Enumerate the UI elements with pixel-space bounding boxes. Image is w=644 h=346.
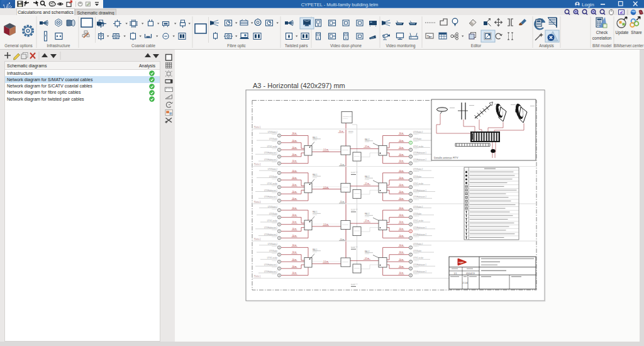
svg-text:Share: Share bbox=[631, 30, 642, 35]
svg-text:2 x RG-59: 2 x RG-59 bbox=[351, 283, 358, 285]
svg-text:BIM model: BIM model bbox=[592, 43, 611, 48]
svg-text:Planta 1: Planta 1 bbox=[413, 245, 419, 247]
svg-text:Planta 4: Planta 4 bbox=[272, 140, 277, 142]
svg-text:Planta 1: Planta 1 bbox=[272, 273, 277, 275]
svg-text:Planta 1: Planta 1 bbox=[272, 245, 277, 247]
svg-text:Planta 3: Planta 3 bbox=[413, 185, 419, 187]
svg-text:PAU 1: PAU 1 bbox=[313, 248, 318, 251]
svg-text:Planta 4: Planta 4 bbox=[272, 133, 277, 135]
svg-text:BIMserver.center: BIMserver.center bbox=[614, 43, 644, 48]
svg-text:Login: Login bbox=[582, 2, 594, 8]
svg-text:Planta 1: Planta 1 bbox=[272, 252, 277, 254]
svg-text:Editor: Editor bbox=[471, 43, 481, 48]
svg-text:2 x RG-59: 2 x RG-59 bbox=[351, 208, 358, 210]
svg-text:1.5 m: 1.5 m bbox=[323, 260, 328, 263]
svg-text:Infrastructure: Infrastructure bbox=[47, 43, 70, 48]
svg-text:09/04/19: 09/04/19 bbox=[466, 272, 475, 275]
svg-text:Planta 4: Planta 4 bbox=[413, 154, 419, 156]
svg-text:1.5 m: 1.5 m bbox=[323, 186, 328, 189]
svg-text:Coaxial cable: Coaxial cable bbox=[131, 43, 155, 48]
svg-text:Planta 2: Planta 2 bbox=[272, 222, 277, 224]
svg-text:Planta 4: Planta 4 bbox=[413, 148, 419, 150]
svg-text:Planta 1: Planta 1 bbox=[254, 275, 261, 277]
svg-text:15 m: 15 m bbox=[339, 130, 343, 133]
svg-text:PAU 1: PAU 1 bbox=[313, 137, 318, 139]
svg-text:Planta 4: Planta 4 bbox=[272, 161, 277, 163]
svg-text:Fibre optic: Fibre optic bbox=[227, 43, 245, 48]
svg-text:PAU 2: PAU 2 bbox=[365, 138, 370, 141]
svg-text:Planta 2: Planta 2 bbox=[272, 208, 277, 210]
svg-text:PAU 2: PAU 2 bbox=[365, 176, 370, 178]
svg-text:Planta: Planta bbox=[313, 139, 317, 141]
svg-text:17 m: 17 m bbox=[365, 220, 369, 222]
svg-text:Planta: Planta bbox=[348, 132, 353, 133]
svg-text:1.5 m: 1.5 m bbox=[323, 148, 328, 151]
svg-text:Video monitoring: Video monitoring bbox=[386, 43, 416, 48]
svg-text:Planta 3: Planta 3 bbox=[272, 199, 277, 201]
svg-text:Planta 2: Planta 2 bbox=[413, 215, 419, 217]
svg-text:General options: General options bbox=[4, 43, 32, 48]
svg-text:Planta: Planta bbox=[365, 216, 369, 218]
svg-text:Planta 4: Planta 4 bbox=[272, 148, 277, 150]
svg-text:Planta 2: Planta 2 bbox=[272, 229, 277, 231]
svg-text:Planta 1: Planta 1 bbox=[413, 266, 419, 268]
svg-text:Planta 4: Planta 4 bbox=[413, 161, 419, 163]
svg-text:Planta: Planta bbox=[313, 214, 317, 216]
svg-text:Caretaker RTV: Caretaker RTV bbox=[343, 116, 353, 117]
svg-text:Video door-phone: Video door-phone bbox=[330, 43, 362, 48]
svg-text:Planta 1: Planta 1 bbox=[413, 273, 419, 275]
svg-text:Planta 4: Planta 4 bbox=[254, 163, 261, 165]
svg-text:Planta 2: Planta 2 bbox=[413, 236, 419, 238]
svg-text:Planta 2: Planta 2 bbox=[272, 236, 277, 238]
svg-text:Planta 1: Planta 1 bbox=[413, 260, 419, 262]
svg-text:Update: Update bbox=[616, 30, 629, 35]
svg-text:A3 - Horizontal (420x297) mm: A3 - Horizontal (420x297) mm bbox=[253, 82, 345, 89]
svg-text:Planta 2: Planta 2 bbox=[254, 238, 261, 240]
svg-text:Planta 5: Planta 5 bbox=[343, 118, 348, 119]
svg-text:Planta 4: Planta 4 bbox=[413, 133, 419, 135]
svg-text:Planta: Planta bbox=[313, 177, 317, 179]
svg-text:Ta: Ta bbox=[427, 35, 431, 38]
svg-text:2.1.6: 2.1.6 bbox=[462, 282, 467, 284]
svg-text:Planta: Planta bbox=[365, 179, 369, 181]
svg-text:Planta 2: Planta 2 bbox=[413, 229, 419, 231]
svg-text:1.5 m: 1.5 m bbox=[323, 223, 328, 226]
svg-text:Check: Check bbox=[596, 30, 608, 35]
svg-text:Planta 2: Planta 2 bbox=[272, 215, 277, 217]
svg-text:Planta: Planta bbox=[365, 141, 369, 143]
svg-text:Planta 5: Planta 5 bbox=[254, 126, 261, 128]
svg-text:1/1: 1/1 bbox=[454, 272, 457, 275]
svg-text:cype: cype bbox=[458, 261, 464, 264]
svg-text:Planta 4: Planta 4 bbox=[272, 154, 277, 156]
svg-text:Analysis: Analysis bbox=[539, 43, 553, 48]
svg-text:Planta: Planta bbox=[313, 251, 317, 253]
svg-text:15 m: 15 m bbox=[340, 238, 345, 241]
svg-text:Planta 3: Planta 3 bbox=[413, 192, 419, 194]
svg-text:Detalle antenas RTV: Detalle antenas RTV bbox=[434, 156, 458, 159]
svg-text:Planta 3: Planta 3 bbox=[413, 178, 419, 180]
svg-text:PAU 1: PAU 1 bbox=[313, 174, 318, 176]
svg-text:Planta 1: Planta 1 bbox=[413, 252, 419, 254]
svg-text:Planta 3: Planta 3 bbox=[272, 192, 277, 194]
svg-text:17 m: 17 m bbox=[365, 182, 369, 185]
svg-text:2 x RG-59: 2 x RG-59 bbox=[351, 246, 358, 248]
svg-text:correlation: correlation bbox=[592, 36, 612, 40]
svg-text:17 m: 17 m bbox=[365, 257, 369, 260]
svg-text:2 x RG-59: 2 x RG-59 bbox=[351, 171, 358, 173]
svg-text:Planta 1: Planta 1 bbox=[272, 260, 277, 262]
svg-text:15 m: 15 m bbox=[340, 164, 345, 166]
svg-text:Planta 4: Planta 4 bbox=[413, 140, 419, 142]
svg-text:Planta 2: Planta 2 bbox=[413, 208, 419, 210]
svg-text:Planta 3: Planta 3 bbox=[272, 178, 277, 180]
svg-text:PAU 2: PAU 2 bbox=[365, 250, 370, 253]
svg-text:PAU 2: PAU 2 bbox=[365, 213, 370, 215]
svg-text:Planta 3: Planta 3 bbox=[272, 170, 277, 172]
svg-text:PAU 1: PAU 1 bbox=[313, 211, 318, 213]
svg-text:15 m: 15 m bbox=[340, 201, 345, 203]
svg-text:Planta: Planta bbox=[365, 253, 369, 255]
svg-text:Planta 3: Planta 3 bbox=[413, 199, 419, 201]
svg-text:Planta 3: Planta 3 bbox=[272, 185, 277, 187]
svg-text:17 m: 17 m bbox=[365, 145, 369, 148]
svg-text:Planta 2: Planta 2 bbox=[413, 222, 419, 224]
svg-text:Planta 3: Planta 3 bbox=[254, 201, 261, 203]
